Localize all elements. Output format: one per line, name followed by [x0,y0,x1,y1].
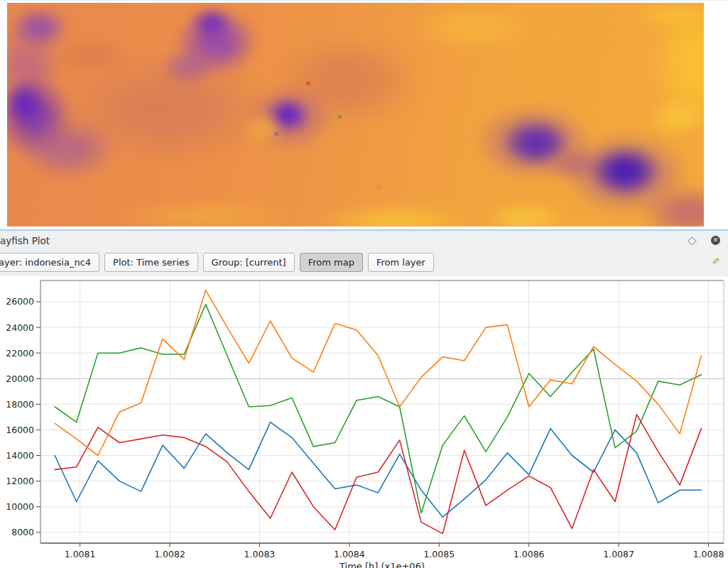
orange-point-marker: ✕ [376,184,383,191]
panel-title: ayfish Plot [0,235,50,246]
x-tick-label: 1.0086 [514,549,545,559]
plot-toolbar: ayer: indonesia_nc4Plot: Time seriesGrou… [0,253,434,272]
time-series-chart[interactable]: 8000100001200014000160001800020000220002… [0,276,728,568]
y-tick-label: 8000 [11,527,34,537]
x-tick-label: 1.0085 [423,549,455,559]
colormap-blob [632,3,704,30]
toolbar-button-from-map[interactable]: From map [300,253,363,272]
x-tick-label: 1.0084 [334,549,365,559]
y-tick-label: 10000 [6,501,34,512]
y-tick-label: 18000 [6,399,34,410]
y-tick-label: 16000 [6,425,34,435]
series-line-red [55,415,701,534]
x-tick-label: 1.0082 [154,549,185,559]
colormap-blob [483,202,568,226]
colormap-blob [160,47,217,87]
chart-plot-area: 8000100001200014000160001800020000220002… [0,276,728,568]
toolbar-button-group-current-[interactable]: Group: [current] [203,253,295,272]
x-tick-label: 1.0081 [65,549,96,559]
x-axis-label: Time [h] (x1e+06) [339,561,425,568]
y-tick-label: 12000 [6,476,34,486]
y-tick-label: 20000 [6,373,34,384]
y-tick-label: 24000 [6,322,34,333]
red-point-marker: ✕ [305,80,312,87]
blue-point-marker: ✕ [273,131,280,138]
toolbar-button-ayer-indonesia-nc4[interactable]: ayer: indonesia_nc4 [0,253,99,272]
crayfish-plot-panel: ayfish Plot ✕ ayer: indonesia_nc4Plot: T… [0,231,728,276]
crayfish-plot-window: ✕✕✕✕ ayfish Plot ✕ ayer: indonesia_nc4Pl… [0,0,728,568]
colormap-blob [639,184,704,226]
series-line-green [55,305,701,513]
x-tick-label: 1.0083 [244,549,276,559]
colormap-blob [408,3,536,53]
colormap-blob [190,7,233,38]
colormap-blob [646,97,704,136]
toolbar-button-from-layer[interactable]: From layer [368,253,434,272]
float-panel-icon[interactable] [688,236,697,246]
colormap-blob [316,203,472,226]
pencil-icon[interactable]: ✎ [710,256,722,265]
x-tick-label: 1.0088 [693,549,724,559]
colormap-blob [114,200,298,226]
green-point-marker: ✕ [336,114,343,121]
y-tick-label: 26000 [6,296,34,307]
close-panel-icon[interactable]: ✕ [711,236,720,245]
x-tick-label: 1.0087 [603,549,634,559]
y-tick-label: 22000 [6,348,34,359]
toolbar-button-plot-time-series[interactable]: Plot: Time series [104,253,197,272]
colormap-blob [241,111,284,146]
series-line-orange [55,290,701,456]
raster-map[interactable]: ✕✕✕✕ [7,3,704,226]
y-tick-label: 14000 [6,450,34,461]
map-canvas[interactable]: ✕✕✕✕ [0,0,728,229]
